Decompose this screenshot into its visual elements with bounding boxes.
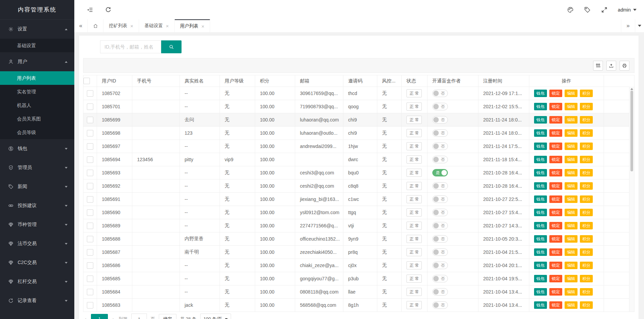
points-button[interactable]: 积分: [580, 195, 593, 203]
points-button[interactable]: 积分: [580, 262, 593, 269]
sidebar-subitem-基础设置[interactable]: 基础设置: [0, 39, 74, 52]
row-checkbox[interactable]: [87, 262, 93, 269]
wallet-button[interactable]: 钱包: [534, 222, 547, 229]
lock-button[interactable]: 锁定: [549, 209, 562, 216]
edit-button[interactable]: 编辑: [565, 143, 577, 150]
wallet-button[interactable]: 钱包: [534, 129, 547, 137]
lock-button[interactable]: 锁定: [549, 235, 562, 243]
edit-button[interactable]: 编辑: [565, 156, 577, 163]
tabs-menu-button[interactable]: [635, 19, 644, 32]
wallet-button[interactable]: 钱包: [534, 248, 547, 256]
points-button[interactable]: 积分: [580, 103, 593, 110]
tab-基础设置[interactable]: 基础设置×: [139, 19, 175, 32]
points-button[interactable]: 积分: [580, 209, 593, 216]
row-checkbox[interactable]: [87, 249, 93, 256]
edit-button[interactable]: 编辑: [565, 262, 577, 269]
blindbox-toggle[interactable]: 否: [432, 195, 448, 203]
blindbox-toggle[interactable]: 否: [432, 143, 448, 150]
wallet-button[interactable]: 钱包: [534, 156, 547, 163]
lock-button[interactable]: 锁定: [549, 103, 562, 110]
table-scrollbar[interactable]: [629, 87, 634, 312]
edit-button[interactable]: 编辑: [565, 275, 577, 282]
lock-button[interactable]: 锁定: [549, 129, 562, 137]
edit-button[interactable]: 编辑: [565, 288, 577, 296]
tabs-scroll-right-button[interactable]: »: [621, 19, 635, 32]
sidebar-subitem-会员关系图[interactable]: 会员关系图: [0, 112, 74, 126]
sidebar-subitem-机器人[interactable]: 机器人: [0, 98, 74, 112]
sidebar-item-设置[interactable]: 设置: [0, 20, 74, 39]
row-checkbox[interactable]: [87, 276, 93, 282]
edit-button[interactable]: 编辑: [565, 301, 577, 309]
sidebar-item-法币交易[interactable]: 法币交易: [0, 234, 74, 253]
row-checkbox[interactable]: [87, 90, 93, 97]
edit-button[interactable]: 编辑: [565, 222, 577, 229]
home-tab-button[interactable]: [88, 19, 103, 32]
blindbox-toggle[interactable]: 是: [432, 169, 448, 176]
edit-button[interactable]: 编辑: [565, 103, 577, 110]
points-button[interactable]: 积分: [580, 182, 593, 190]
edit-button[interactable]: 编辑: [565, 195, 577, 203]
print-button[interactable]: [620, 61, 629, 71]
points-button[interactable]: 积分: [580, 248, 593, 256]
wallet-button[interactable]: 钱包: [534, 195, 547, 203]
sidebar-item-杠杆交易[interactable]: 杠杆交易: [0, 272, 74, 291]
tab-挖矿列表[interactable]: 挖矿列表×: [103, 19, 139, 32]
blindbox-toggle[interactable]: 否: [432, 90, 448, 97]
goto-page-input[interactable]: [131, 314, 147, 319]
page-size-select[interactable]: 100 条/页: [200, 314, 231, 319]
lock-button[interactable]: 锁定: [549, 169, 562, 176]
wallet-button[interactable]: 钱包: [534, 262, 547, 269]
blindbox-toggle[interactable]: 否: [432, 182, 448, 190]
row-checkbox[interactable]: [87, 209, 93, 216]
close-icon[interactable]: ×: [166, 23, 169, 29]
row-checkbox[interactable]: [87, 170, 93, 176]
points-button[interactable]: 积分: [580, 235, 593, 243]
row-checkbox[interactable]: [87, 156, 93, 163]
export-button[interactable]: [606, 61, 616, 71]
lock-button[interactable]: 锁定: [549, 195, 562, 203]
sidebar-item-用户[interactable]: 用户: [0, 52, 74, 71]
wallet-button[interactable]: 钱包: [534, 235, 547, 243]
sidebar-item-投拆建议[interactable]: 投拆建议: [0, 196, 74, 215]
close-icon[interactable]: ×: [130, 23, 133, 29]
points-button[interactable]: 积分: [580, 143, 593, 150]
points-button[interactable]: 积分: [580, 116, 593, 124]
sidebar-subitem-实名管理[interactable]: 实名管理: [0, 85, 74, 98]
lock-button[interactable]: 锁定: [549, 288, 562, 296]
sidebar-subitem-会员等级[interactable]: 会员等级: [0, 126, 74, 139]
scrollbar-up-arrow-icon[interactable]: [630, 88, 633, 90]
lock-button[interactable]: 锁定: [549, 222, 562, 229]
blindbox-toggle[interactable]: 否: [432, 129, 448, 137]
points-button[interactable]: 积分: [580, 301, 593, 309]
lock-button[interactable]: 锁定: [549, 275, 562, 282]
close-icon[interactable]: ×: [202, 24, 205, 29]
points-button[interactable]: 积分: [580, 288, 593, 296]
wallet-button[interactable]: 钱包: [534, 169, 547, 176]
sidebar-item-新闻[interactable]: 新闻: [0, 177, 74, 196]
next-page-button[interactable]: ›: [112, 316, 115, 319]
lock-button[interactable]: 锁定: [549, 116, 562, 124]
lock-button[interactable]: 锁定: [549, 301, 562, 309]
wallet-button[interactable]: 钱包: [534, 116, 547, 124]
row-checkbox[interactable]: [87, 196, 93, 203]
points-button[interactable]: 积分: [580, 169, 593, 176]
edit-button[interactable]: 编辑: [565, 90, 577, 97]
lock-button[interactable]: 锁定: [549, 156, 562, 163]
blindbox-toggle[interactable]: 否: [432, 116, 448, 124]
wallet-button[interactable]: 钱包: [534, 275, 547, 282]
row-checkbox[interactable]: [87, 223, 93, 229]
sidebar-item-币种管理[interactable]: 币种管理: [0, 215, 74, 234]
search-button[interactable]: [161, 40, 182, 53]
sidebar-item-记录查看[interactable]: 记录查看: [0, 291, 74, 310]
filter-columns-button[interactable]: [593, 61, 603, 71]
blindbox-toggle[interactable]: 否: [432, 103, 448, 110]
wallet-button[interactable]: 钱包: [534, 301, 547, 309]
theme-palette-icon[interactable]: [567, 6, 574, 13]
blindbox-toggle[interactable]: 否: [432, 262, 448, 269]
user-menu[interactable]: admin: [618, 7, 637, 13]
wallet-button[interactable]: 钱包: [534, 90, 547, 97]
row-checkbox[interactable]: [87, 236, 93, 242]
wallet-button[interactable]: 钱包: [534, 143, 547, 150]
collapse-sidebar-icon[interactable]: [87, 6, 93, 13]
select-all-checkbox[interactable]: [83, 78, 90, 84]
